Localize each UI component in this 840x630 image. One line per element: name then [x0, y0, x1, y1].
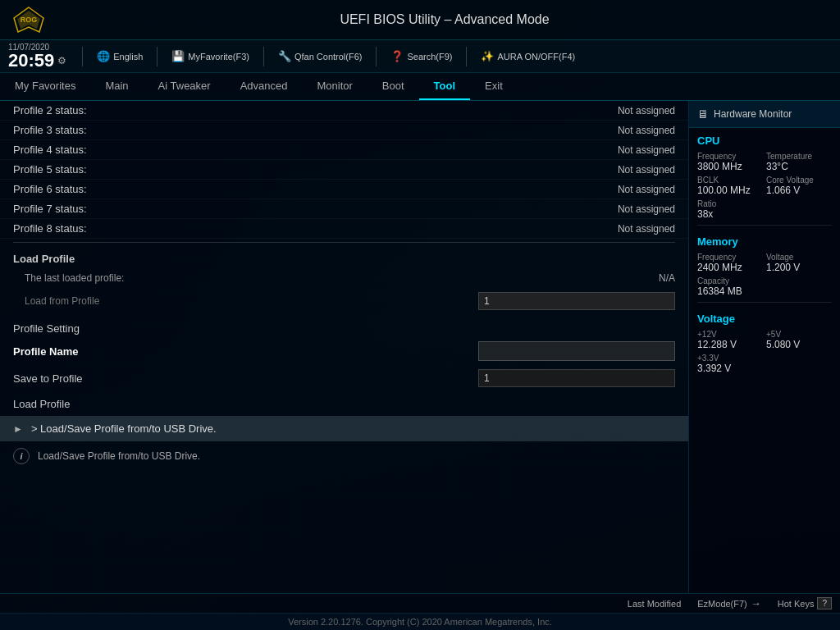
info-bar: i Load/Save Profile from/to USB Drive.: [0, 441, 688, 471]
table-row: Profile 4 status: Not assigned: [0, 140, 688, 160]
svg-text:ROG: ROG: [20, 16, 37, 24]
search-help-icon: ❓: [390, 50, 404, 62]
table-row: Profile 5 status: Not assigned: [0, 160, 688, 180]
cpu-ratio-col: Ratio 38x: [697, 199, 832, 220]
table-row: Profile 8 status: Not assigned: [0, 219, 688, 239]
content-panel: Profile 2 status: Not assigned Profile 3…: [0, 101, 688, 593]
footer-buttons: Last Modified EzMode(F7) → Hot Keys ?: [0, 594, 840, 613]
tab-ai-tweaker[interactable]: Ai Tweaker: [144, 73, 226, 100]
cpu-bclk-corevolt-row: BCLK 100.00 MHz Core Voltage 1.066 V: [689, 174, 840, 198]
toolbar-qfan-btn[interactable]: 🔧 Qfan Control(F6): [273, 48, 368, 64]
profile-name-row: Profile Name: [0, 337, 688, 365]
usb-drive-row[interactable]: ► > Load/Save Profile from/to USB Drive.: [0, 416, 688, 441]
tab-tool[interactable]: Tool: [419, 73, 470, 100]
main-area: Profile 2 status: Not assigned Profile 3…: [0, 101, 840, 593]
mem-capacity-col: Capacity 16384 MB: [697, 276, 832, 297]
voltage-section-title: Voltage: [689, 306, 840, 328]
hw-divider-1: [697, 225, 832, 226]
hot-keys-btn[interactable]: Hot Keys ?: [778, 597, 832, 609]
tab-monitor[interactable]: Monitor: [303, 73, 368, 100]
header: ROG UEFI BIOS Utility – Advanced Mode: [0, 0, 840, 40]
toolbar-divider-3: [263, 47, 264, 66]
toolbar-myfavorite-btn[interactable]: 💾 MyFavorite(F3): [167, 48, 254, 64]
profile-name-input[interactable]: [478, 341, 675, 361]
section-divider-1: [13, 242, 675, 243]
hw-monitor-header: 🖥 Hardware Monitor: [689, 101, 840, 128]
toolbar-divider-1: [82, 47, 83, 66]
mem-volt-col: Voltage 1.200 V: [766, 253, 832, 273]
tab-exit[interactable]: Exit: [470, 73, 518, 100]
cpu-freq-temp-row: Frequency 3800 MHz Temperature 33°C: [689, 150, 840, 174]
table-row: Profile 6 status: Not assigned: [0, 180, 688, 199]
tab-my-favorites[interactable]: My Favorites: [0, 73, 90, 100]
tab-main[interactable]: Main: [90, 73, 143, 100]
info-icon: i: [13, 448, 30, 464]
time-display: 20:59: [8, 52, 54, 70]
memory-section-title: Memory: [689, 229, 840, 251]
toolbar-divider-5: [466, 47, 467, 66]
last-loaded-row: The last loaded profile: N/A: [0, 268, 688, 288]
datetime: 11/07/2020 20:59 ⚙: [8, 43, 66, 70]
hw-monitor-panel: 🖥 Hardware Monitor CPU Frequency 3800 MH…: [688, 101, 840, 593]
save-to-profile-row: Save to Profile: [0, 365, 688, 391]
last-modified-btn[interactable]: Last Modified: [628, 599, 681, 609]
arrow-right-icon: ►: [13, 423, 23, 435]
toolbar-search-btn[interactable]: ❓ Search(F9): [386, 48, 457, 64]
myfavorite-icon: 💾: [171, 50, 185, 62]
toolbar: 11/07/2020 20:59 ⚙ 🌐 English 💾 MyFavorit…: [0, 40, 840, 73]
volt-33v-col: +3.3V 3.392 V: [697, 354, 832, 374]
footer: Last Modified EzMode(F7) → Hot Keys ? Ve…: [0, 593, 840, 630]
table-row: Profile 3 status: Not assigned: [0, 121, 688, 140]
globe-icon: 🌐: [97, 50, 110, 62]
toolbar-divider-2: [157, 47, 158, 66]
aura-icon: ✨: [481, 50, 494, 62]
volt-12v-5v-row: +12V 12.288 V +5V 5.080 V: [689, 328, 840, 352]
load-profile-label: Load Profile: [0, 391, 688, 413]
footer-version: Version 2.20.1276. Copyright (C) 2020 Am…: [0, 613, 840, 630]
cpu-corevolt-col: Core Voltage 1.066 V: [766, 176, 832, 196]
cpu-freq-col: Frequency 3800 MHz: [697, 152, 763, 172]
ez-mode-btn[interactable]: EzMode(F7) →: [697, 597, 761, 609]
hot-keys-box: ?: [817, 597, 832, 609]
volt-12v-col: +12V 12.288 V: [697, 330, 763, 350]
tab-boot[interactable]: Boot: [368, 73, 419, 100]
mem-freq-col: Frequency 2400 MHz: [697, 253, 763, 273]
tab-advanced[interactable]: Advanced: [226, 73, 303, 100]
volt-5v-col: +5V 5.080 V: [766, 330, 832, 350]
table-row: Profile 7 status: Not assigned: [0, 199, 688, 219]
cpu-section-title: CPU: [689, 128, 840, 150]
logo: ROG: [8, 3, 49, 36]
hw-divider-2: [697, 302, 832, 303]
monitor-icon: 🖥: [697, 107, 709, 121]
load-from-profile-input[interactable]: [478, 292, 675, 310]
save-to-profile-input[interactable]: [478, 369, 675, 387]
toolbar-divider-4: [376, 47, 377, 66]
cpu-temp-col: Temperature 33°C: [766, 152, 832, 172]
ez-mode-arrow-icon: →: [751, 597, 761, 609]
cpu-ratio-row: Ratio 38x: [689, 198, 840, 221]
mem-freq-volt-row: Frequency 2400 MHz Voltage 1.200 V: [689, 251, 840, 275]
profile-setting-header: Profile Setting: [0, 314, 688, 337]
mem-capacity-row: Capacity 16384 MB: [689, 275, 840, 299]
nav-bar: My Favorites Main Ai Tweaker Advanced Mo…: [0, 73, 840, 101]
settings-gear-icon[interactable]: ⚙: [57, 55, 66, 66]
header-title: UEFI BIOS Utility – Advanced Mode: [57, 12, 832, 27]
load-from-profile-row: Load from Profile: [0, 288, 688, 314]
toolbar-english-btn[interactable]: 🌐 English: [92, 48, 148, 64]
volt-33v-row: +3.3V 3.392 V: [689, 352, 840, 376]
load-profile-header: Load Profile: [0, 246, 688, 268]
qfan-icon: 🔧: [278, 50, 291, 62]
toolbar-aura-btn[interactable]: ✨ AURA ON/OFF(F4): [476, 48, 580, 64]
cpu-bclk-col: BCLK 100.00 MHz: [697, 176, 763, 196]
table-row: Profile 2 status: Not assigned: [0, 101, 688, 121]
